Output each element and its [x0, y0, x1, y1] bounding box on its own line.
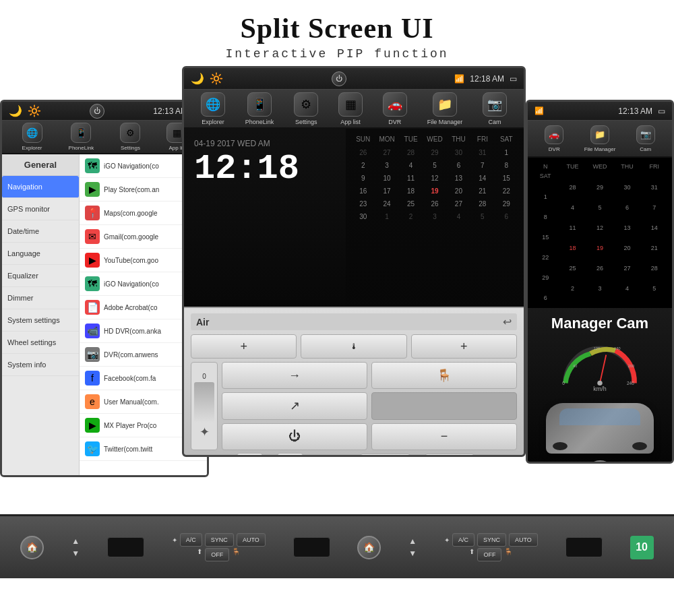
main-battery-icon: ▭: [510, 74, 517, 84]
facebook-label: Facebook(com.fa: [104, 375, 156, 382]
settings-wheel[interactable]: Wheel settings: [2, 332, 79, 354]
youtube-icon: ▶: [85, 253, 100, 268]
settings-dimmer[interactable]: Dimmer: [2, 287, 79, 309]
left-down-arrow[interactable]: ▼: [71, 549, 80, 558]
right-cam-icon: 📷: [636, 125, 655, 144]
ac-back-button[interactable]: ↩: [503, 315, 512, 328]
right-ac-fan-icon: ✦: [444, 536, 450, 544]
settings-navigation[interactable]: Navigation: [2, 176, 79, 198]
ac-power-btn[interactable]: ⏻: [222, 423, 367, 450]
ac-plus-right[interactable]: +: [411, 334, 517, 359]
main-applist-label: App list: [340, 119, 361, 125]
right-filemanager-icon: 📁: [590, 125, 609, 144]
bottom-strip: 🏠 ▲ ▼ ✦ A/C SYNC AUTO ⬆ OFF 🪑 🏠 ▲: [0, 514, 674, 578]
svg-text:120: 120: [594, 346, 600, 350]
svg-text:240: 240: [627, 381, 634, 386]
settings-gps[interactable]: GPS monitor: [2, 198, 79, 220]
right-off-btn[interactable]: OFF: [477, 548, 501, 561]
left-app-settings[interactable]: ⚙ Settings: [120, 123, 140, 151]
right-ac-btn[interactable]: A/C: [452, 533, 474, 547]
main-status-right: 📶 12:18 AM ▭: [454, 74, 517, 84]
ac-seat-icon[interactable]: 🪑: [371, 362, 517, 389]
left-black-btn-2[interactable]: [293, 537, 330, 557]
right-calendar: N TUE WED THU FRI SAT 282930311 45678 11…: [528, 158, 672, 308]
left-ac-btn[interactable]: A/C: [180, 533, 202, 547]
right-up-arrow[interactable]: ▲: [408, 536, 417, 546]
right-app-dvr[interactable]: 🚗 DVR: [545, 125, 563, 152]
main-power-button[interactable]: ⏻: [332, 71, 346, 86]
cal-mon: MON: [375, 134, 398, 144]
settings-equalizer[interactable]: Equalizer: [2, 265, 79, 287]
cal-row-6: 30123456: [351, 211, 518, 222]
ac-plus-left[interactable]: +: [191, 334, 297, 359]
dvr-label: DVR(com.anwens: [104, 351, 158, 359]
right-dvr-icon: 🚗: [545, 125, 563, 144]
left-black-btn-1[interactable]: [107, 537, 144, 557]
settings-language[interactable]: Language: [2, 243, 79, 265]
right-sync-btn[interactable]: SYNC: [477, 533, 506, 547]
right-app-cam[interactable]: 📷 Cam: [636, 125, 655, 152]
left-up-arrow[interactable]: ▲: [71, 536, 80, 546]
home-button-center[interactable]: 🏠: [357, 536, 381, 559]
main-brightness-icon: 🔆: [210, 72, 223, 85]
calendar-header: SUN MON TUE WED THU FRI SAT: [351, 134, 518, 144]
settings-system[interactable]: System settings: [2, 309, 79, 332]
main-filemanager-icon: 📁: [433, 92, 457, 117]
left-ac-seat-icon: 🪑: [232, 548, 240, 561]
main-app-settings[interactable]: ⚙ Settings: [294, 92, 318, 125]
settings-info[interactable]: System info: [2, 354, 79, 376]
right-black-btn[interactable]: [565, 537, 603, 557]
right-auto-btn[interactable]: AUTO: [509, 533, 538, 547]
ac-defrost-btn[interactable]: 🌡: [301, 334, 406, 359]
power-button[interactable]: ⏻: [90, 104, 104, 119]
settings-datetime[interactable]: Date/time: [2, 220, 79, 243]
right-app-toolbar: 🚗 DVR 📁 File Manager 📷 Cam: [528, 121, 672, 158]
ac-bottom-row: A/C MAXA/C MAX🌡 R 🌡 AUTO DUAL 🚗: [191, 453, 517, 457]
main-app-filemanager[interactable]: 📁 File Manager: [427, 92, 463, 125]
main-phonelink-label: PhoneLink: [245, 119, 274, 125]
right-app-filemanager[interactable]: 📁 File Manager: [584, 125, 616, 152]
right-ac-heat-icon: ⬆: [469, 548, 474, 561]
fan-slider[interactable]: [194, 382, 214, 423]
main-explorer-label: Explorer: [202, 119, 224, 125]
right-ac-bottom: ⬆ OFF 🪑: [469, 548, 512, 561]
cal-row-2: 2345678: [351, 160, 518, 171]
ac-middle-row: 0 ✦ → ↗ ⏻ 🪑 −: [191, 362, 517, 450]
left-auto-btn[interactable]: AUTO: [237, 533, 266, 547]
main-app-dvr[interactable]: 🚗 DVR: [383, 92, 407, 125]
right-play-button[interactable]: ▶: [585, 460, 615, 464]
main-dvr-icon: 🚗: [383, 92, 407, 117]
ac-heat-btn[interactable]: MAX🌡: [277, 453, 303, 457]
right-down-arrow[interactable]: ▼: [408, 549, 417, 558]
settings-sidebar: General Navigation GPS monitor Date/time…: [2, 154, 80, 475]
ac-dual-btn[interactable]: DUAL: [425, 454, 474, 458]
left-off-btn[interactable]: OFF: [205, 548, 229, 561]
main-wifi-icon: 📶: [454, 74, 464, 84]
playstore-icon: ▶: [85, 182, 100, 197]
speed-unit-label: km/h: [556, 386, 644, 392]
ac-minus[interactable]: −: [371, 423, 517, 450]
usermanual-label: User Manual(com.: [104, 398, 159, 406]
date-display: 04-19 2017 WED AM: [194, 139, 336, 148]
ac-auto-btn[interactable]: AUTO: [360, 454, 410, 458]
left-sync-btn[interactable]: SYNC: [205, 533, 234, 547]
ac-rear-btn[interactable]: R 🌡: [317, 456, 346, 458]
home-button-left[interactable]: 🏠: [20, 536, 44, 559]
ac-car-icon[interactable]: 🚗: [489, 456, 512, 458]
right-car-area: Manager Cam 0 40 120: [528, 308, 672, 464]
left-app-explorer[interactable]: 🌐 Explorer: [22, 123, 42, 151]
main-app-explorer[interactable]: 🌐 Explorer: [201, 92, 225, 125]
ac-label-btn[interactable]: A/C: [196, 456, 222, 458]
igo-nav2-icon: 🗺: [85, 276, 100, 291]
main-app-cam[interactable]: 📷 Cam: [483, 92, 507, 125]
ac-arrow-curve[interactable]: ↗: [222, 392, 367, 419]
ac-left-controls: + 🌡 + 0 ✦ → ↗ ⏻: [191, 334, 517, 450]
main-app-applist[interactable]: ▦ App list: [338, 92, 363, 125]
usermanual-icon: e: [85, 394, 100, 409]
time-display: 12:18: [194, 152, 336, 187]
left-power-btn[interactable]: ⏻: [90, 104, 104, 119]
main-app-phonelink[interactable]: 📱 PhoneLink: [245, 92, 274, 125]
ac-max-btn[interactable]: MAXA/C: [237, 453, 263, 457]
ac-arrow-right[interactable]: →: [222, 362, 367, 389]
left-app-phonelink[interactable]: 📱 PhoneLink: [69, 123, 94, 151]
